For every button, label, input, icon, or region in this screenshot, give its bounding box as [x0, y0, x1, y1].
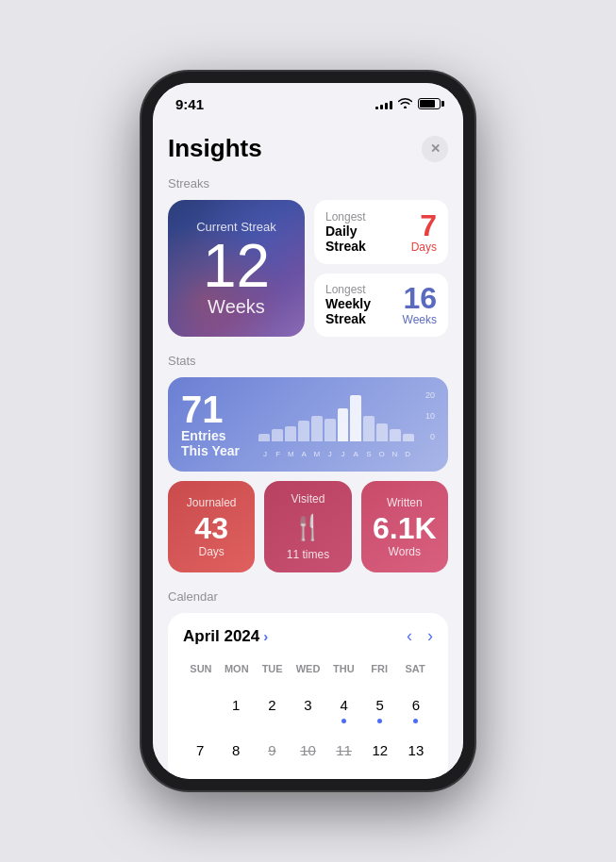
chart-bar: [311, 416, 323, 441]
month-label: A: [349, 450, 362, 458]
daily-streak-value: 7 Days: [411, 210, 437, 254]
day-header-fri: FRI: [361, 659, 397, 678]
cal-day-2[interactable]: 2: [255, 686, 289, 729]
cal-day-12[interactable]: 12: [363, 731, 397, 769]
cal-dot: [341, 719, 346, 723]
y-label-20: 20: [425, 390, 435, 400]
calendar-nav: ‹ ›: [407, 626, 433, 646]
month-label: S: [362, 450, 375, 458]
written-card: Written 6.1K Words: [361, 481, 448, 572]
chart-bar: [350, 395, 361, 441]
calendar-card: April 2024 › ‹ › SUN MON TUE WED: [168, 613, 448, 779]
entries-label2: This Year: [181, 443, 247, 458]
phone-screen: 9:41: [153, 83, 463, 779]
wifi-icon: [398, 97, 412, 111]
chart-wrapper: 20 10 0 JFMAMJJASOND: [258, 390, 435, 458]
journaled-card: Journaled 43 Days: [168, 481, 255, 572]
entries-chart: 20 10 0 JFMAMJJASOND: [258, 390, 435, 458]
cal-day-5[interactable]: 5: [363, 686, 397, 729]
day-header-sun: SUN: [183, 659, 219, 678]
entries-number: 71: [181, 390, 247, 428]
cal-day-3[interactable]: 3: [291, 686, 325, 729]
stats-label: Stats: [168, 354, 448, 368]
cal-dot: [413, 719, 418, 723]
signal-icon: [375, 98, 392, 109]
longest-weekly-card: Longest Weekly Streak 16 Weeks: [314, 274, 448, 338]
month-chevron-icon[interactable]: ›: [263, 628, 268, 644]
y-label-0: 0: [430, 432, 435, 441]
entries-label1: Entries: [181, 428, 247, 443]
header: Insights ✕: [168, 124, 448, 176]
daily-streak-label: Longest Daily Streak: [325, 210, 366, 254]
streak-side: Longest Daily Streak 7 Days: [314, 200, 448, 337]
cal-dot: [377, 719, 382, 723]
calendar-section: Calendar April 2024 › ‹ ›: [168, 589, 448, 779]
streaks-grid: Current Streak 12 Weeks Longest Daily St…: [168, 200, 448, 337]
chart-bar: [338, 408, 349, 441]
battery-icon: [418, 98, 441, 109]
month-label: M: [310, 450, 324, 458]
phone-frame: 9:41: [142, 72, 474, 790]
written-number: 6.1K: [373, 513, 437, 543]
chart-bar: [390, 429, 401, 442]
calendar-label: Calendar: [168, 589, 448, 604]
stats-entries-left: 71 Entries This Year: [181, 390, 247, 458]
day-header-wed: WED: [291, 659, 326, 678]
bottom-stats: Journaled 43 Days Visited 🍴 11 times Wri…: [168, 481, 448, 572]
status-icons: [375, 97, 441, 111]
cal-day-11[interactable]: 11: [327, 731, 361, 769]
calendar-grid: 1 2 3 4 5: [183, 686, 433, 769]
y-label-10: 10: [425, 411, 435, 421]
month-label: M: [285, 450, 298, 458]
months-row: JFMAMJJASOND: [258, 450, 414, 458]
month-text: April 2024: [183, 627, 259, 646]
cal-day-10[interactable]: 10: [291, 731, 325, 769]
month-label: J: [337, 450, 350, 458]
visited-top-label: Visited: [291, 492, 325, 506]
chart-bar: [272, 429, 283, 442]
calendar-prev-button[interactable]: ‹: [407, 626, 412, 646]
current-streak-unit: Weeks: [208, 296, 265, 318]
month-label: D: [401, 450, 414, 458]
month-label: F: [272, 450, 285, 458]
cal-day-6[interactable]: 6: [399, 686, 433, 729]
chart-bar: [325, 419, 336, 441]
day-header-mon: MON: [219, 659, 255, 678]
month-label: N: [389, 450, 402, 458]
current-streak-number: 12: [203, 236, 270, 296]
current-streak-card: Current Streak 12 Weeks: [168, 200, 305, 337]
chart-bar: [403, 434, 414, 441]
cal-day-1[interactable]: 1: [219, 686, 253, 729]
month-label: A: [297, 450, 310, 458]
cal-day-8[interactable]: 8: [219, 731, 253, 769]
status-time: 9:41: [175, 96, 204, 112]
cal-day-7[interactable]: 7: [183, 731, 217, 769]
streaks-section: Streaks Current Streak 12 Weeks Longest: [168, 176, 448, 337]
day-header-tue: TUE: [255, 659, 291, 678]
stats-section: Stats 71 Entries This Year 20: [168, 354, 448, 572]
cal-day-13[interactable]: 13: [399, 731, 433, 769]
month-label: J: [324, 450, 337, 458]
calendar-month: April 2024 ›: [183, 627, 268, 646]
month-label: O: [375, 450, 389, 458]
chart-bar: [298, 421, 309, 441]
page-title: Insights: [168, 134, 262, 163]
journaled-number: 43: [194, 513, 228, 543]
longest-daily-card: Longest Daily Streak 7 Days: [314, 200, 448, 264]
chart-bar: [258, 434, 270, 441]
status-bar: 9:41: [153, 83, 463, 124]
journaled-top-label: Journaled: [187, 496, 237, 509]
month-label: J: [258, 450, 272, 458]
cal-day-4[interactable]: 4: [327, 686, 361, 729]
chart-y-axis: 20 10 0: [416, 390, 435, 441]
day-header-thu: THU: [325, 659, 361, 678]
calendar-header: April 2024 › ‹ ›: [183, 626, 433, 646]
content-area[interactable]: Insights ✕ Streaks Current Streak 12 Wee…: [153, 124, 463, 779]
close-button[interactable]: ✕: [422, 136, 448, 162]
bars-container: [258, 390, 414, 441]
written-bottom-label: Words: [389, 545, 421, 558]
chart-bar: [363, 416, 375, 441]
streaks-label: Streaks: [168, 176, 448, 191]
cal-day-9[interactable]: 9: [255, 731, 289, 769]
calendar-next-button[interactable]: ›: [427, 626, 433, 646]
